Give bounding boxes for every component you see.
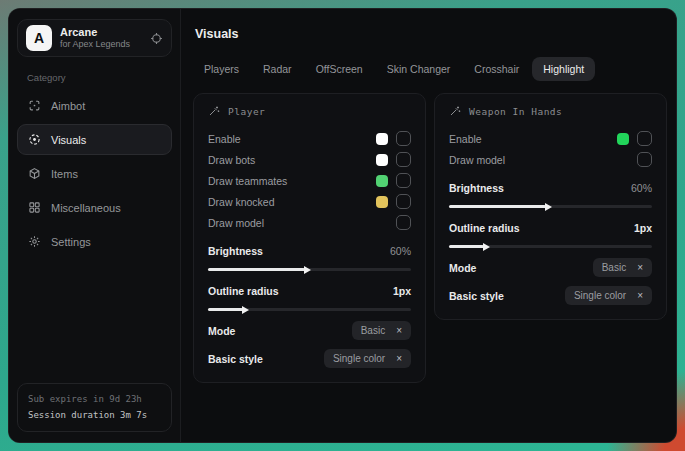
app-subtitle: for Apex Legends xyxy=(60,39,130,50)
enable-checkbox[interactable] xyxy=(637,131,652,146)
setting-label: Draw knocked xyxy=(208,196,275,208)
draw-knocked-checkbox[interactable] xyxy=(396,194,411,209)
slider-thumb[interactable] xyxy=(242,306,249,314)
main-content: Visuals Players Radar OffScreen Skin Cha… xyxy=(181,9,676,442)
panel-title: Player xyxy=(228,106,265,117)
chip-label: Basic xyxy=(602,262,626,273)
draw-model-checkbox[interactable] xyxy=(637,152,652,167)
setting-label: Basic style xyxy=(449,290,504,302)
weapon-panel-header: Weapon In Hands xyxy=(449,105,652,117)
sidebar-item-visuals[interactable]: Visuals xyxy=(17,124,172,155)
sidebar-item-label: Visuals xyxy=(51,134,86,146)
chip-label: Basic xyxy=(361,325,385,336)
color-swatch[interactable] xyxy=(376,154,388,166)
enable-checkbox[interactable] xyxy=(396,131,411,146)
sidebar-item-settings[interactable]: Settings xyxy=(17,226,172,257)
setting-label: Enable xyxy=(449,133,482,145)
player-panel: Player Enable Draw bots xyxy=(193,93,426,383)
page-title: Visuals xyxy=(195,27,667,41)
setting-label: Outline radius xyxy=(208,285,279,297)
aimbot-icon xyxy=(28,99,41,112)
tab-offscreen[interactable]: OffScreen xyxy=(305,57,374,81)
setting-label: Brightness xyxy=(449,182,504,194)
setting-label: Basic style xyxy=(208,353,263,365)
chip-label: Single color xyxy=(333,353,385,364)
setting-row-enable: Enable xyxy=(208,128,411,149)
setting-row-enable: Enable xyxy=(449,128,652,149)
setting-label: Brightness xyxy=(208,245,263,257)
app-logo-card: A Arcane for Apex Legends xyxy=(17,19,172,57)
sub-expiry-text: Sub expires in 9d 23h xyxy=(28,392,161,407)
setting-row-draw-model: Draw model xyxy=(208,212,411,233)
draw-bots-checkbox[interactable] xyxy=(396,152,411,167)
setting-row-draw-knocked: Draw knocked xyxy=(208,191,411,212)
draw-teammates-checkbox[interactable] xyxy=(396,173,411,188)
close-icon[interactable]: × xyxy=(396,326,402,336)
mode-chip[interactable]: Basic × xyxy=(352,321,411,340)
slider-thumb[interactable] xyxy=(304,266,311,274)
setting-label: Enable xyxy=(208,133,241,145)
basic-style-chip[interactable]: Single color × xyxy=(324,349,411,368)
setting-row-mode: Mode Basic × xyxy=(449,257,652,278)
session-duration-text: Session duration 3m 7s xyxy=(28,408,161,423)
sidebar-item-aimbot[interactable]: Aimbot xyxy=(17,90,172,121)
sidebar-item-miscellaneous[interactable]: Miscellaneous xyxy=(17,192,172,223)
player-panel-header: Player xyxy=(208,105,411,117)
draw-model-checkbox[interactable] xyxy=(396,215,411,230)
app-window: A Arcane for Apex Legends Category xyxy=(8,8,677,443)
tab-radar[interactable]: Radar xyxy=(252,57,303,81)
color-swatch[interactable] xyxy=(376,133,388,145)
slider-thumb[interactable] xyxy=(545,203,552,211)
setting-label: Draw bots xyxy=(208,154,255,166)
close-icon[interactable]: × xyxy=(637,263,643,273)
app-logo: A xyxy=(26,25,52,51)
setting-label: Mode xyxy=(208,325,235,337)
tab-highlight[interactable]: Highlight xyxy=(532,57,595,81)
sidebar-item-items[interactable]: Items xyxy=(17,158,172,189)
setting-row-brightness: Brightness 60% xyxy=(449,177,652,198)
color-swatch[interactable] xyxy=(376,196,388,208)
items-icon xyxy=(28,167,41,180)
brightness-value: 60% xyxy=(390,245,411,257)
setting-row-outline-radius: Outline radius 1px xyxy=(208,280,411,301)
color-swatch[interactable] xyxy=(376,175,388,187)
setting-label: Draw model xyxy=(208,217,264,229)
brightness-slider[interactable] xyxy=(449,205,652,208)
tab-crosshair[interactable]: Crosshair xyxy=(463,57,530,81)
slider-thumb[interactable] xyxy=(483,243,490,251)
panels-container: Player Enable Draw bots xyxy=(193,93,667,383)
weapon-in-hands-panel: Weapon In Hands Enable Draw model xyxy=(434,93,667,320)
setting-row-brightness: Brightness 60% xyxy=(208,240,411,261)
setting-row-draw-teammates: Draw teammates xyxy=(208,170,411,191)
sidebar-item-label: Items xyxy=(51,168,78,180)
sidebar-item-label: Miscellaneous xyxy=(51,202,121,214)
outline-radius-value: 1px xyxy=(393,285,411,297)
tab-skin-changer[interactable]: Skin Changer xyxy=(376,57,462,81)
miscellaneous-icon xyxy=(28,201,41,214)
setting-row-basic-style: Basic style Single color × xyxy=(208,348,411,369)
setting-label: Mode xyxy=(449,262,476,274)
tab-players[interactable]: Players xyxy=(193,57,250,81)
panel-title: Weapon In Hands xyxy=(469,106,562,117)
gear-icon xyxy=(28,235,41,248)
setting-row-draw-model: Draw model xyxy=(449,149,652,170)
sidebar-item-label: Settings xyxy=(51,236,91,248)
setting-row-basic-style: Basic style Single color × xyxy=(449,285,652,306)
setting-row-draw-bots: Draw bots xyxy=(208,149,411,170)
sidebar-item-label: Aimbot xyxy=(51,100,85,112)
outline-radius-slider[interactable] xyxy=(208,308,411,311)
close-icon[interactable]: × xyxy=(637,291,643,301)
visuals-icon xyxy=(28,133,41,146)
chip-label: Single color xyxy=(574,290,626,301)
target-icon[interactable] xyxy=(150,32,163,45)
sidebar: A Arcane for Apex Legends Category xyxy=(9,9,181,442)
tab-bar: Players Radar OffScreen Skin Changer Cro… xyxy=(193,57,667,81)
app-name: Arcane xyxy=(60,26,130,40)
mode-chip[interactable]: Basic × xyxy=(593,258,652,277)
basic-style-chip[interactable]: Single color × xyxy=(565,286,652,305)
close-icon[interactable]: × xyxy=(396,354,402,364)
color-swatch[interactable] xyxy=(617,133,629,145)
outline-radius-slider[interactable] xyxy=(449,245,652,248)
brightness-slider[interactable] xyxy=(208,268,411,271)
category-label: Category xyxy=(27,72,162,83)
